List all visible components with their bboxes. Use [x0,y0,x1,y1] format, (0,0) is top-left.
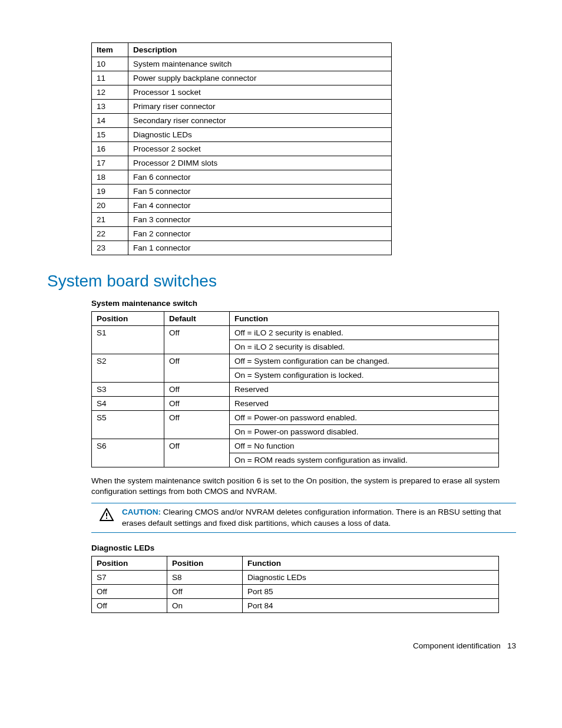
table-cell: Diagnostic LEDs [243,570,499,584]
table-cell: 18 [92,170,128,185]
explanatory-paragraph: When the system maintenance switch posit… [91,476,516,497]
diagnostic-leds-table: Position Position Function S7S8Diagnosti… [91,556,499,613]
table-row: OffOnPort 84 [92,598,499,612]
table-row: 11Power supply backplane connector [92,71,392,85]
table-cell: Fan 3 connector [128,213,392,227]
table-cell: 13 [92,100,128,114]
table-cell: Off [164,439,230,467]
table-row: OffOffPort 85 [92,584,499,598]
table-cell: On = Power-on password disabled. [230,425,499,439]
table-row: S1OffOff = iLO 2 security is enabled. [92,326,499,340]
table-row: 17Processor 2 DIMM slots [92,156,392,170]
table-cell: Fan 5 connector [128,185,392,199]
table-row: 23Fan 1 connector [92,241,392,255]
table-row: 20Fan 4 connector [92,199,392,213]
table-cell: Off = No function [230,439,499,453]
table-row: S5OffOff = Power-on password enabled. [92,411,499,425]
table-row: S6OffOff = No function [92,439,499,453]
document-page: Item Description 10System maintenance sw… [0,0,562,680]
table-cell: Port 85 [243,584,499,598]
col-function: Function [243,556,499,570]
page-footer: Component identification 13 [47,641,516,650]
table-row: S4OffReserved [92,397,499,411]
table-header-row: Item Description [92,43,392,57]
table-cell: Fan 4 connector [128,199,392,213]
table-cell: Off = Power-on password enabled. [230,411,499,425]
table-cell: Reserved [230,397,499,411]
table-cell: Off = System configuration can be change… [230,354,499,368]
table-cell: Off = iLO 2 security is enabled. [230,326,499,340]
table-cell: On = System configuration is locked. [230,368,499,383]
table-row: S7S8Diagnostic LEDs [92,570,499,584]
table-header-row: Position Position Function [92,556,499,570]
table-cell: S3 [92,383,164,397]
table-cell: Off [164,326,230,354]
col-position: Position [92,312,164,326]
table-cell: 12 [92,85,128,100]
table-cell: S6 [92,439,164,467]
caution-icon [91,507,122,523]
table-header-row: Position Default Function [92,312,499,326]
col-item: Item [92,43,128,57]
table-cell: 10 [92,57,128,71]
table-row: 18Fan 6 connector [92,170,392,185]
svg-rect-0 [106,513,107,516]
table-cell: S7 [92,570,167,584]
table-cell: 16 [92,142,128,156]
table-cell: 11 [92,71,128,85]
table-cell: Fan 6 connector [128,170,392,185]
table-cell: Off [92,584,167,598]
table-cell: Fan 2 connector [128,227,392,241]
table-cell: S8 [167,570,243,584]
table-row: S3OffReserved [92,383,499,397]
table-cell: S2 [92,354,164,383]
table-row: 21Fan 3 connector [92,213,392,227]
table-row: 16Processor 2 socket [92,142,392,156]
table-cell: S1 [92,326,164,354]
table-cell: Off [164,383,230,397]
table-cell: S4 [92,397,164,411]
table-row: 22Fan 2 connector [92,227,392,241]
table-cell: On = ROM reads system configuration as i… [230,453,499,467]
table-row: 14Secondary riser connector [92,114,392,128]
table-cell: Diagnostic LEDs [128,128,392,142]
table-row: 12Processor 1 socket [92,85,392,100]
svg-rect-1 [106,518,107,519]
caution-text: CAUTION: Clearing CMOS and/or NVRAM dele… [122,507,516,528]
table-row: 15Diagnostic LEDs [92,128,392,142]
caution-body: Clearing CMOS and/or NVRAM deletes confi… [122,508,501,527]
table-cell: 22 [92,227,128,241]
sub-heading-diag: Diagnostic LEDs [91,543,516,552]
table-cell: 19 [92,185,128,199]
table-cell: Secondary riser connector [128,114,392,128]
table-cell: 20 [92,199,128,213]
col-function: Function [230,312,499,326]
col-position-b: Position [167,556,243,570]
col-position-a: Position [92,556,167,570]
table-cell: Fan 1 connector [128,241,392,255]
table-cell: 15 [92,128,128,142]
footer-page: 13 [507,641,516,650]
item-description-table: Item Description 10System maintenance sw… [91,42,392,255]
maintenance-switch-table: Position Default Function S1OffOff = iLO… [91,311,499,467]
table-cell: 23 [92,241,128,255]
table-row: 10System maintenance switch [92,57,392,71]
table-cell: Reserved [230,383,499,397]
table-cell: Port 84 [243,598,499,612]
table-cell: System maintenance switch [128,57,392,71]
footer-section: Component identification [413,641,501,650]
caution-block: CAUTION: Clearing CMOS and/or NVRAM dele… [91,503,516,532]
table-cell: On = iLO 2 security is disabled. [230,340,499,354]
table-row: 13Primary riser connector [92,100,392,114]
table-row: S2OffOff = System configuration can be c… [92,354,499,368]
table-cell: On [167,598,243,612]
table-cell: 14 [92,114,128,128]
col-default: Default [164,312,230,326]
table-cell: S5 [92,411,164,439]
table-cell: Processor 2 DIMM slots [128,156,392,170]
table-cell: Primary riser connector [128,100,392,114]
sub-heading-sms: System maintenance switch [91,299,516,308]
table-cell: Off [167,584,243,598]
caution-label: CAUTION: [122,508,161,516]
table-row: 19Fan 5 connector [92,185,392,199]
